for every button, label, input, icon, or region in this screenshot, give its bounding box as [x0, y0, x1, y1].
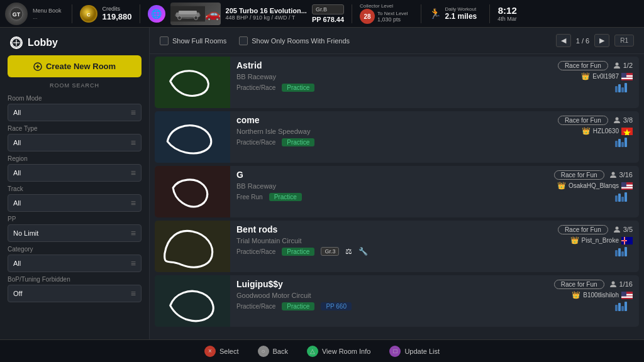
room-row3-0: Practice/Race Practice: [236, 82, 633, 92]
room-row2-2: BB Raceway 👑 OsakaHQ_Blanqs: [236, 182, 633, 190]
special-badge: ⚖: [345, 247, 352, 256]
svg-rect-54: [621, 296, 633, 298]
race-mode-0: Practice/Race: [236, 84, 275, 91]
room-type-4: Race for Fun: [554, 280, 604, 289]
checkbox-full-rooms-box[interactable]: [160, 36, 169, 45]
svg-text:C: C: [87, 12, 91, 18]
svg-rect-47: [615, 250, 618, 256]
r1-badge: R1: [614, 35, 634, 47]
page-prev-button[interactable]: ◀: [556, 34, 571, 47]
filter-label-1: Race Type: [8, 125, 142, 132]
filter-label-6: BoP/Tuning Forbidden: [8, 276, 142, 283]
room-name-4: Luigipu$$y: [236, 279, 283, 289]
online-icon: 🌐: [148, 5, 165, 23]
show-full-rooms-label: Show Full Rooms: [172, 37, 226, 45]
svg-rect-56: [615, 305, 618, 311]
owner-name-4: B100tlishiloh: [583, 292, 619, 299]
bar-chart-icon-3: [614, 246, 633, 256]
collector-pts: 1,030 pts: [377, 16, 408, 23]
svg-rect-23: [621, 87, 624, 92]
room-name-0: Astrid: [236, 60, 262, 70]
owner-name-2: OsakaHQ_Blanqs: [569, 182, 619, 189]
room-row1-1: come Race for Fun 3/8: [236, 115, 633, 125]
room-players-4: 1/16: [609, 280, 633, 288]
filter-section-3: Track All ≡: [0, 185, 149, 212]
filter-select-0[interactable]: All ≡: [8, 104, 142, 121]
action-label-3: Update List: [404, 348, 440, 355]
car-thumbnail[interactable]: [170, 3, 221, 25]
bottom-action-2[interactable]: △ View Room Info: [307, 346, 370, 357]
bar-chart-icon-4: [614, 301, 633, 311]
filter-chevron-icon-5: ≡: [131, 258, 136, 268]
svg-rect-49: [621, 251, 624, 256]
room-item[interactable]: Astrid Race for Fun 1/2 BB Raceway 👑: [155, 57, 639, 108]
svg-rect-40: [625, 192, 627, 202]
room-row3-3: Practice/Race Practice Gr.3⚖🔧: [236, 246, 633, 256]
filter-select-3[interactable]: All ≡: [8, 194, 142, 212]
svg-rect-30: [621, 142, 624, 147]
room-row1-0: Astrid Race for Fun 1/2: [236, 60, 633, 70]
filter-select-4[interactable]: No Limit ≡: [8, 224, 142, 242]
checkbox-friends-box[interactable]: [239, 36, 248, 45]
bottom-action-1[interactable]: ○ Back: [258, 346, 288, 357]
bottom-action-3[interactable]: □ Update List: [389, 346, 440, 357]
svg-rect-55: [621, 292, 626, 297]
action-label-0: Select: [219, 348, 239, 355]
show-friends-rooms-checkbox[interactable]: Show Only Rooms With Friends: [239, 36, 350, 45]
svg-rect-58: [621, 306, 624, 311]
filter-select-5[interactable]: All ≡: [8, 255, 142, 272]
filter-value-4: No Limit: [13, 229, 38, 237]
svg-rect-39: [621, 197, 624, 202]
filter-value-1: All: [13, 139, 21, 146]
room-details-0: Astrid Race for Fun 1/2 BB Raceway 👑: [230, 57, 639, 108]
car-pp: PP 678.44: [312, 16, 344, 23]
race-mode-3: Practice/Race: [236, 248, 275, 255]
filter-select-6[interactable]: Off ≡: [8, 285, 142, 302]
race-mode-2: Free Run: [236, 194, 263, 200]
page-info: 1 / 6: [576, 37, 589, 45]
svg-point-9: [194, 16, 197, 19]
svg-point-8: [177, 16, 181, 19]
room-track-0: BB Raceway: [236, 73, 276, 80]
room-item[interactable]: Bent rods Race for Fun 3/5 Trial Mountai…: [155, 221, 639, 272]
filter-value-3: All: [13, 199, 21, 207]
crown-icon-4: 👑: [572, 291, 580, 299]
owner-name-1: HZL0630: [593, 128, 619, 134]
filter-section-2: Region All ≡: [0, 155, 149, 182]
track-outline-3: [155, 221, 230, 272]
action-icon-0: ×: [204, 346, 216, 357]
filter-chevron-icon-6: ≡: [131, 288, 136, 299]
room-thumbnail-3: [155, 221, 230, 272]
filter-label-5: Category: [8, 246, 142, 253]
room-type-1: Race for Fun: [558, 116, 608, 125]
room-item[interactable]: G Race for Fun 3/16 BB Raceway 👑 Osa: [155, 166, 639, 217]
collector-level-badge: 28: [360, 9, 375, 24]
filter-select-2[interactable]: All ≡: [8, 164, 142, 182]
svg-rect-19: [621, 77, 633, 79]
race-mode-1: Practice/Race: [236, 139, 275, 146]
car-name: 205 Turbo 16 Evolution...: [226, 7, 307, 14]
svg-rect-22: [618, 84, 621, 92]
current-time: 8:12: [498, 5, 517, 16]
divider-2: [140, 4, 140, 23]
car-specs: 448 BHP / 910 kg / 4WD / T: [226, 14, 307, 21]
bottom-action-0[interactable]: × Select: [204, 346, 239, 357]
room-row3-4: Practice/Race Practice PP 660: [236, 301, 633, 311]
filter-select-1[interactable]: All ≡: [8, 134, 142, 151]
bar-chart-icon-2: [614, 192, 633, 202]
room-item[interactable]: Luigipu$$y Race for Fun 1/16 Goodwood Mo…: [155, 275, 639, 327]
room-item[interactable]: come Race for Fun 3/8 Northern Isle Spee…: [155, 111, 639, 163]
room-name-1: come: [236, 115, 260, 125]
show-full-rooms-checkbox[interactable]: Show Full Rooms: [160, 36, 226, 45]
practice-badge-1: Practice: [282, 138, 314, 146]
page-next-button[interactable]: ▶: [594, 34, 609, 47]
create-room-button[interactable]: Create New Room: [8, 55, 142, 77]
room-details-3: Bent rods Race for Fun 3/5 Trial Mountai…: [230, 221, 639, 272]
practice-badge-3: Practice: [282, 248, 314, 256]
svg-rect-46: [625, 237, 625, 244]
menu-book-label: Menu Book: [33, 8, 62, 14]
room-name-2: G: [236, 170, 243, 180]
room-track-1: Northern Isle Speedway: [236, 128, 310, 135]
divider-1: [72, 4, 72, 23]
owner-name-3: Pist_n_Broke: [582, 237, 619, 244]
